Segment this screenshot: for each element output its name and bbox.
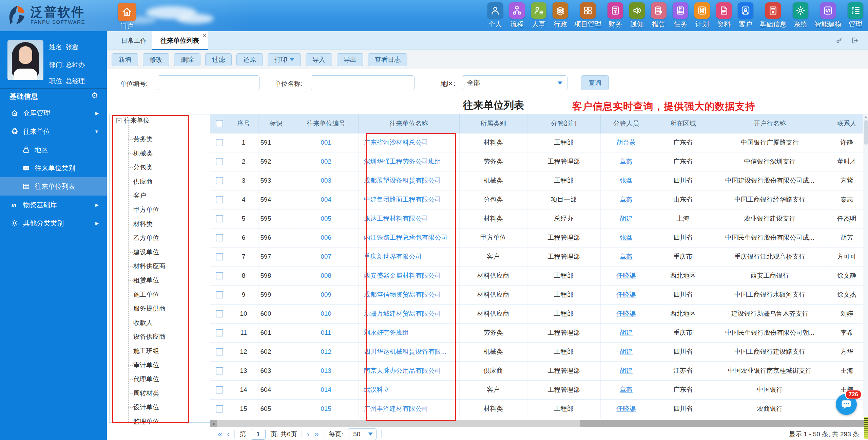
nav-item-plan[interactable]: 计划 (694, 2, 710, 29)
unit-code-link[interactable]: 015 (321, 405, 331, 412)
scroll-handle[interactable] (864, 417, 868, 439)
table-row[interactable]: 15 605 015 广州丰泽建材有限公司 材料类 工程部 任晓渠 四川省 农商… (210, 399, 868, 418)
tree-item[interactable]: 收款人 (133, 319, 153, 327)
tree-item[interactable]: 设备供应商 (133, 333, 166, 341)
chat-button[interactable]: 726 (836, 394, 857, 415)
first-page-icon[interactable]: « (218, 430, 222, 438)
row-checkbox[interactable] (216, 196, 223, 203)
vertical-scrollbar[interactable]: ▲ (863, 114, 868, 418)
unit-code-link[interactable]: 013 (321, 367, 331, 374)
scrollbar-thumb[interactable] (864, 120, 868, 145)
sidebar-item-list[interactable]: 往来单位列表 (0, 177, 107, 196)
manager-link[interactable]: 张鑫 (620, 177, 633, 184)
nav-item-process[interactable]: 流程 (509, 2, 525, 29)
sidebar-item-category[interactable]: 往来单位类别 (0, 159, 107, 177)
row-checkbox[interactable] (216, 348, 223, 355)
manager-link[interactable]: 胡建 (620, 348, 633, 355)
unit-name-link[interactable]: 重庆新世界有限公司 (364, 253, 422, 260)
tree-item[interactable]: 租赁单位 (133, 276, 159, 285)
unit-name-link[interactable]: 康达工程材料有限公司 (364, 215, 428, 222)
tree-item[interactable]: 代理单位 (133, 375, 159, 383)
nav-item-baseinfo[interactable]: 基础信息 (759, 2, 787, 29)
table-row[interactable]: 13 603 013 南京天脉办公用品有限公司 供应商 工程管理部 胡建 江苏省… (210, 361, 868, 380)
table-row[interactable]: 14 604 014 武汉科立 客户 工程管理部 章燕 广东省 中国银行 王楠 (210, 380, 868, 399)
unit-name-link[interactable]: 新疆万城建材贸易有限公司 (364, 310, 441, 317)
sidebar-item-other[interactable]: 其他分类类别 ▶ (0, 214, 107, 232)
column-header[interactable]: 联系人 (826, 114, 868, 133)
table-row[interactable]: 5 595 005 康达工程材料有限公司 材料类 总经办 胡建 上海 农业银行建… (210, 209, 868, 228)
table-row[interactable]: 7 597 007 重庆新世界有限公司 客户 工程管理部 章燕 重庆市 重庆银行… (210, 247, 868, 266)
tree-item[interactable]: 机械类 (133, 149, 153, 158)
toolbar-button-4[interactable]: 还原 (236, 53, 263, 66)
unit-code-link[interactable]: 012 (321, 348, 331, 355)
unit-code-link[interactable]: 014 (321, 386, 331, 393)
unit-code-link[interactable]: 009 (321, 291, 331, 298)
unit-name-link[interactable]: 刘永好劳务班组 (364, 329, 409, 336)
nav-item-hr[interactable]: 人事 (531, 2, 546, 29)
row-checkbox[interactable] (216, 329, 223, 336)
manager-link[interactable]: 张鑫 (620, 234, 633, 241)
tree-item[interactable]: 服务提供商 (133, 305, 166, 313)
toolbar-button-6[interactable]: 导入 (306, 53, 332, 66)
table-row[interactable]: 12 602 012 四川华达机械租赁设备有限... 机械类 工程部 胡建 四川… (210, 342, 868, 361)
toolbar-button-7[interactable]: 导出 (337, 53, 363, 66)
table-row[interactable]: 8 598 008 西安盛器金属材料有限公司 材料供应商 工程部 任晓渠 西北地… (210, 266, 868, 285)
manager-link[interactable]: 任晓渠 (617, 272, 636, 279)
manager-link[interactable]: 章燕 (620, 196, 633, 203)
column-header[interactable]: 分管部门 (527, 114, 600, 133)
nav-item-admin[interactable]: 行政 (553, 2, 568, 29)
per-page-select[interactable]: 50 (348, 428, 377, 440)
unit-code-link[interactable]: 006 (321, 234, 331, 241)
nav-item-finance[interactable]: 财务 (607, 2, 623, 29)
row-checkbox[interactable] (216, 272, 223, 279)
manager-link[interactable]: 任晓渠 (617, 310, 636, 317)
tree-item[interactable]: 客户 (133, 191, 146, 200)
select-all-checkbox[interactable] (216, 120, 223, 127)
prev-page-icon[interactable]: ‹ (227, 430, 230, 438)
column-header[interactable]: 序号 (229, 114, 258, 133)
tab-daily-work[interactable]: 日常工作 (112, 31, 156, 50)
key-icon[interactable] (835, 37, 843, 45)
table-row[interactable]: 1 591 001 广东省河沙材料总公司 材料类 工程部 胡台蒙 广东省 中国银… (210, 133, 868, 152)
sidebar-item-partners[interactable]: ♻ 往来单位 ▼ (0, 122, 107, 141)
column-header[interactable]: 标识 (258, 114, 294, 133)
column-header[interactable]: 往来单位编号 (294, 114, 358, 133)
nav-item-docs[interactable]: 资料 (716, 2, 732, 29)
unit-code-link[interactable]: 011 (321, 329, 331, 336)
unit-code-link[interactable]: 008 (321, 272, 331, 279)
unit-code-link[interactable]: 003 (321, 177, 331, 184)
manager-link[interactable]: 任晓渠 (617, 405, 636, 412)
tree-item[interactable]: 材料类 (133, 220, 153, 228)
collapse-icon[interactable]: − (116, 118, 121, 123)
page-number-input[interactable] (251, 429, 266, 440)
search-button[interactable]: 查询 (581, 75, 609, 90)
table-row[interactable]: 10 600 010 新疆万城建材贸易有限公司 材料供应商 工程部 任晓渠 西北… (210, 304, 868, 323)
column-header[interactable]: 开户行名称 (714, 114, 826, 133)
sidebar-item-region[interactable]: 地区 (0, 141, 107, 159)
toolbar-button-5[interactable]: 打印 (268, 53, 301, 66)
tree-item[interactable]: 审计单位 (133, 361, 159, 369)
column-header[interactable]: 所属类别 (459, 114, 527, 133)
toolbar-button-8[interactable]: 查看日志 (368, 53, 407, 66)
unit-name-link[interactable]: 内江铁路工程总承包有限公司 (364, 234, 448, 241)
nav-item-notice[interactable]: 通知 (629, 2, 645, 29)
tree-item[interactable]: 施工班组 (133, 347, 159, 355)
nav-item-task[interactable]: 任务 (673, 2, 688, 29)
tree-item[interactable]: 施工单位 (133, 291, 159, 299)
scroll-up-icon[interactable]: ▲ (863, 115, 868, 118)
table-row[interactable]: 2 592 002 深圳华强工程劳务公司班组 劳务类 工程管理部 章燕 广东省 … (210, 152, 868, 171)
manager-link[interactable]: 章燕 (620, 158, 633, 165)
toolbar-button-0[interactable]: 新增 (112, 53, 138, 66)
tree-root[interactable]: − 往来单位 (116, 116, 150, 125)
exit-icon[interactable] (851, 37, 859, 45)
unit-name-link[interactable]: 四川华达机械租赁设备有限... (364, 348, 447, 355)
nav-item-portal[interactable]: 门户 (116, 3, 138, 31)
column-header[interactable]: 所在区域 (652, 114, 714, 133)
table-row[interactable]: 4 594 004 中建集团路面工程有限公司 分包类 项目一部 章燕 山东省 中… (210, 190, 868, 209)
unit-code-link[interactable]: 010 (321, 310, 331, 317)
unit-code-link[interactable]: 004 (321, 196, 331, 203)
row-checkbox[interactable] (216, 367, 223, 374)
nav-item-manage[interactable]: 管理 (848, 2, 863, 29)
column-header[interactable]: 分管人员 (600, 114, 652, 133)
user-avatar[interactable] (7, 40, 43, 80)
